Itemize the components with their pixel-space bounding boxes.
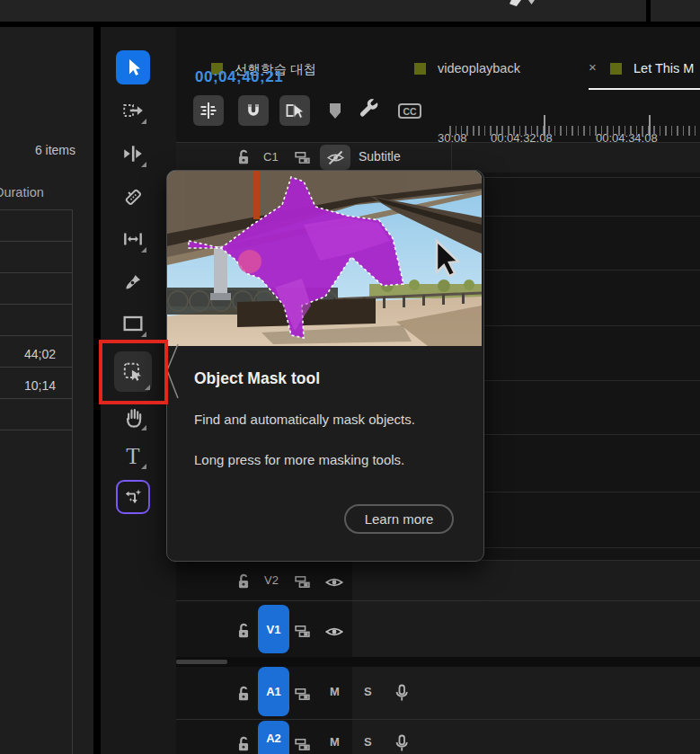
type-tool-button[interactable]: T bbox=[118, 440, 148, 471]
premiere-app-window: 6 items Duration 44;02 10;14 bbox=[0, 0, 700, 754]
track-area-divider bbox=[176, 657, 700, 667]
tooltip-description: Find and automatically mask objects. bbox=[194, 412, 415, 427]
add-marker-icon[interactable] bbox=[326, 102, 344, 121]
track-lock-icon[interactable] bbox=[234, 684, 253, 704]
magnet-icon bbox=[243, 100, 264, 121]
track-lock-icon[interactable] bbox=[234, 147, 253, 167]
eye-slash-icon bbox=[326, 148, 345, 167]
linked-selection-icon bbox=[284, 100, 306, 121]
annotation-highlight-box bbox=[99, 340, 168, 404]
track-items-icon[interactable] bbox=[293, 148, 312, 167]
track-select-forward-icon bbox=[121, 99, 145, 122]
items-count: 6 items bbox=[5, 143, 75, 157]
duration-cell[interactable]: 44;02 bbox=[0, 347, 56, 361]
ripple-edit-tool-button[interactable] bbox=[118, 138, 148, 169]
top-bar-divider bbox=[646, 0, 651, 22]
playhead-timecode[interactable]: 00;04;40;21 bbox=[195, 68, 283, 86]
tab-sequence-2[interactable]: videoplayback bbox=[438, 61, 520, 75]
tooltip-preview-image bbox=[167, 171, 482, 346]
linked-selection-toggle-button[interactable] bbox=[279, 95, 310, 126]
track-divider-handle[interactable] bbox=[176, 660, 227, 664]
timeline-settings-wrench-icon[interactable] bbox=[356, 98, 381, 123]
a1-target-badge[interactable]: A1 bbox=[258, 667, 289, 716]
hand-tool-button[interactable] bbox=[118, 402, 148, 432]
active-tab-underline bbox=[589, 88, 700, 90]
top-bar bbox=[0, 0, 700, 22]
tooltip-title: Object Mask tool bbox=[194, 369, 320, 388]
subtitle-track-label: Subtitle bbox=[359, 149, 401, 164]
slip-tool-button[interactable] bbox=[118, 224, 148, 254]
eye-icon[interactable] bbox=[324, 572, 344, 592]
subtitle-visibility-toggle[interactable] bbox=[320, 145, 350, 170]
tab-close-icon[interactable]: × bbox=[589, 59, 597, 75]
column-divider[interactable] bbox=[72, 209, 73, 754]
cursor-artifact-icon bbox=[509, 0, 521, 6]
ruler-major-tick bbox=[544, 115, 545, 136]
duration-cell[interactable]: 10;14 bbox=[0, 378, 56, 393]
track-items-icon[interactable] bbox=[293, 685, 312, 704]
object-mask-tooltip: Object Mask tool Find and automatically … bbox=[166, 170, 484, 562]
ai-sparkle-arrows-icon bbox=[122, 486, 144, 508]
pen-tool-button[interactable] bbox=[118, 267, 148, 297]
subtitle-track-row bbox=[176, 143, 700, 173]
track-lock-icon[interactable] bbox=[234, 572, 253, 591]
v2-track-row bbox=[352, 561, 700, 600]
tab-sequence-3-active[interactable]: Let This M bbox=[634, 61, 700, 75]
cursor-artifact-dot bbox=[528, 0, 535, 4]
project-panel: 6 items Duration 44;02 10;14 bbox=[0, 27, 93, 754]
nest-insert-icon bbox=[198, 100, 219, 121]
mute-button[interactable]: M bbox=[330, 685, 340, 698]
type-icon: T bbox=[126, 445, 139, 467]
rectangle-icon bbox=[120, 311, 146, 336]
learn-more-button[interactable]: Learn more bbox=[344, 504, 454, 534]
track-items-icon[interactable] bbox=[293, 622, 312, 641]
selection-arrow-icon bbox=[122, 57, 144, 78]
subtitle-track-name[interactable]: C1 bbox=[263, 150, 279, 164]
pen-icon bbox=[121, 271, 145, 294]
track-items-icon[interactable] bbox=[293, 735, 312, 754]
v1-target-badge[interactable]: V1 bbox=[258, 605, 289, 653]
selection-tool-button[interactable] bbox=[116, 50, 150, 84]
voiceover-mic-icon[interactable] bbox=[391, 681, 412, 705]
v2-track-name[interactable]: V2 bbox=[264, 573, 279, 587]
razor-icon bbox=[121, 185, 145, 208]
slip-icon bbox=[121, 227, 145, 251]
eye-icon[interactable] bbox=[324, 622, 344, 642]
nest-insert-toggle-button[interactable] bbox=[193, 95, 224, 126]
duration-column-header[interactable]: Duration bbox=[0, 185, 44, 200]
hand-icon bbox=[121, 405, 146, 430]
snap-toggle-button[interactable] bbox=[238, 95, 269, 126]
solo-button[interactable]: S bbox=[364, 685, 372, 698]
ruler-major-tick bbox=[649, 115, 651, 136]
ruler-ticks[interactable] bbox=[449, 126, 700, 136]
a2-target-badge[interactable]: A2 bbox=[258, 721, 289, 754]
sequence-color-swatch bbox=[414, 63, 426, 75]
mute-button[interactable]: M bbox=[330, 735, 340, 749]
v1-track-row bbox=[352, 601, 700, 657]
captions-cc-badge[interactable]: CC bbox=[398, 103, 421, 119]
track-select-forward-tool-button[interactable] bbox=[118, 95, 148, 126]
ripple-edit-icon bbox=[121, 142, 145, 165]
tooltip-hint: Long press for more masking tools. bbox=[194, 452, 404, 467]
voiceover-mic-icon[interactable] bbox=[391, 732, 412, 754]
track-lock-icon[interactable] bbox=[234, 621, 253, 641]
track-lock-icon[interactable] bbox=[234, 734, 253, 754]
ai-edit-tool-button[interactable] bbox=[116, 480, 150, 514]
solo-button[interactable]: S bbox=[364, 735, 372, 749]
sequence-color-swatch bbox=[610, 63, 622, 75]
razor-tool-button[interactable] bbox=[118, 182, 148, 212]
rectangle-tool-button[interactable] bbox=[118, 308, 148, 339]
track-items-icon[interactable] bbox=[293, 572, 312, 591]
